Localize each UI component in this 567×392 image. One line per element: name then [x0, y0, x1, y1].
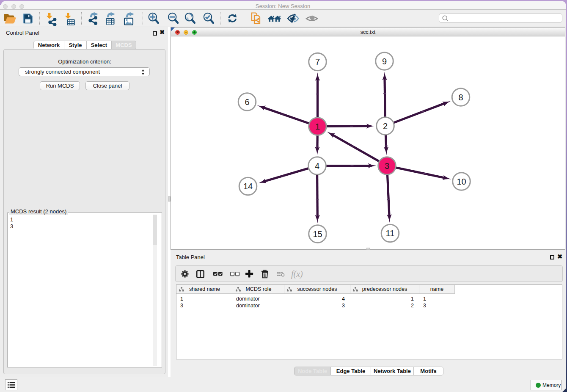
svg-text:4: 4	[315, 161, 319, 171]
svg-text:10: 10	[457, 177, 466, 186]
svg-text:1: 1	[315, 122, 320, 131]
svg-text:7: 7	[315, 57, 320, 66]
svg-text:f(x): f(x)	[291, 269, 303, 279]
svg-text:9: 9	[382, 57, 387, 66]
svg-text:8: 8	[458, 93, 463, 102]
svg-text:11: 11	[386, 229, 395, 238]
svg-text:2: 2	[383, 121, 388, 131]
svg-text:3: 3	[385, 161, 389, 171]
svg-text:6: 6	[245, 97, 249, 107]
svg-text:14: 14	[243, 182, 253, 191]
svg-text:15: 15	[313, 229, 322, 239]
